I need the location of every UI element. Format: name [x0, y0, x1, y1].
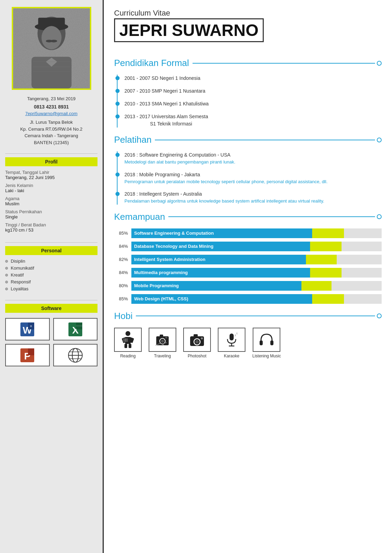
powerpoint-icon: P [5, 344, 50, 366]
hobi-circle [377, 313, 382, 318]
svg-point-39 [161, 340, 164, 343]
training-item-0: 2016 : Software Enginering & Computation… [124, 151, 382, 166]
svg-rect-41 [165, 337, 167, 338]
edu-item-3: 2013 - 2017 Universitas Alam Semesta S1 … [124, 113, 382, 128]
svg-rect-45 [194, 334, 198, 337]
profile-item-1: Jenis Kelamin Laki - laki [5, 183, 97, 193]
web-icon [53, 344, 98, 366]
software-grid: W ≡ X P [5, 318, 97, 366]
pelatihan-circle [377, 138, 382, 142]
svg-rect-34 [129, 344, 131, 348]
word-icon: W ≡ [5, 318, 50, 340]
hobi-traveling: Traveling [149, 328, 176, 358]
profil-label: Profil [5, 157, 97, 166]
hobi-karaoke: ♪ ♫ Karaoke [218, 328, 245, 358]
cv-header: Curriculum Vitae JEPRI SUWARNO [114, 9, 382, 51]
svg-rect-33 [124, 344, 127, 348]
pelatihan-heading: Pelatihan [114, 134, 382, 145]
hobi-reading: Reading [114, 328, 142, 358]
svg-point-7 [50, 40, 57, 43]
training-item-2: 2018 : Intellegent System - Australia Pe… [124, 190, 382, 205]
hobi-photoshot-label: Photoshot [188, 354, 206, 358]
personal-item-4: Loyalitas [5, 286, 97, 291]
skill-row-4: 80% Mobile Programming [114, 281, 382, 291]
photo-frame [12, 7, 91, 90]
divider-3 [5, 300, 97, 300]
svg-rect-53 [270, 340, 273, 345]
hobi-listening-label: Listening Music [252, 354, 281, 358]
edu-item-2: 2010 - 2013 SMA Negeri 1 Khatulistiwa [124, 100, 382, 107]
pendidikan-circle [377, 61, 382, 66]
excel-icon: X [53, 318, 98, 340]
svg-rect-47 [230, 334, 234, 340]
hobi-line [136, 316, 375, 316]
svg-rect-40 [160, 335, 163, 337]
training-item-1: 2018 : Mobile Programing - Jakarta Pemro… [124, 171, 382, 185]
hobi-icons: Reading Traveling [114, 328, 382, 358]
profile-item-2: Agama Muslim [5, 196, 97, 206]
pendidikan-heading: Pendidikan Formal [114, 58, 382, 68]
profile-item-4: Tinggi / Berat Badan kg170 cm / 53 [5, 222, 97, 233]
kemampuan-circle [377, 214, 382, 219]
divider-2 [5, 242, 97, 243]
email-text[interactable]: 7epri5uwarno@gmail.com [20, 111, 82, 116]
pendidikan-timeline: 2001 - 2007 SD Negeri 1 Indonesia 2007 -… [114, 75, 382, 128]
hobi-karaoke-label: Karaoke [224, 354, 240, 358]
skill-row-2: 82% Intelligent System Administration [114, 255, 382, 264]
photo-placeholder [13, 8, 90, 88]
hobi-traveling-label: Traveling [154, 354, 171, 358]
personal-item-3: Responsif [5, 279, 97, 284]
pelatihan-title: Pelatihan [114, 134, 151, 145]
contact-info: Tangerang, 23 Mei 2019 0813 4231 8931 7e… [20, 96, 82, 146]
skill-row-3: 84% Multimedia programming [114, 268, 382, 278]
skill-row-0: 85% Software Engineering & Computation [114, 228, 382, 238]
svg-rect-23 [28, 348, 34, 355]
hobi-title: Hobi [114, 311, 132, 321]
svg-text:♫: ♫ [236, 332, 238, 335]
personal-item-1: Komunikatif [5, 265, 97, 271]
sidebar: Tangerang, 23 Mei 2019 0813 4231 8931 7e… [0, 0, 104, 553]
hobi-photoshot: Photoshot [183, 328, 211, 358]
date-text: Tangerang, 23 Mei 2019 [20, 96, 82, 101]
svg-point-5 [41, 26, 62, 49]
address-text: Jl. Lurus Tanpa Belok Kp. Cemara RT.05/R… [20, 119, 82, 146]
hobi-heading: Hobi [114, 311, 382, 321]
profile-item-3: Status Pernikahan Single [5, 209, 97, 219]
svg-rect-52 [260, 340, 263, 345]
kemampuan-heading: Kemampuan [114, 212, 382, 222]
skill-row-1: 84% Database Tecnology and Data Mining [114, 242, 382, 251]
skills-container: 85% Software Engineering & Computation 8… [114, 228, 382, 304]
pendidikan-line [193, 63, 375, 64]
personal-item-2: Kreatif [5, 272, 97, 278]
svg-point-29 [125, 331, 130, 336]
phone-text: 0813 4231 8931 [20, 104, 82, 110]
profile-list: Tempat, Tanggal Lahir Tangerang, 22 Juni… [5, 170, 97, 235]
svg-point-46 [201, 337, 203, 339]
cv-title: Curriculum Vitae [114, 9, 382, 18]
edu-item-1: 2007 - 2010 SMP Negeri 1 Nusantara [124, 87, 382, 95]
software-label: Software [5, 304, 97, 313]
hobi-reading-label: Reading [120, 354, 136, 358]
personal-list: Disiplin Komunikatif Kreatif Responsif L… [5, 259, 97, 293]
skill-row-5: 85% Web Design (HTML, CSS) [114, 294, 382, 304]
hobi-listening: Listening Music [252, 328, 281, 358]
pendidikan-title: Pendidikan Formal [114, 58, 189, 68]
personal-item-0: Disiplin [5, 259, 97, 264]
divider-1 [5, 153, 97, 154]
pelatihan-timeline: 2016 : Software Enginering & Computation… [114, 151, 382, 205]
cv-name: JEPRI SUWARNO [114, 18, 264, 42]
svg-text:≡: ≡ [30, 324, 32, 328]
kemampuan-title: Kemampuan [114, 212, 165, 222]
main-content: Curriculum Vitae JEPRI SUWARNO Pendidika… [104, 0, 392, 553]
kemampuan-line [168, 216, 375, 217]
edu-item-0: 2001 - 2007 SD Negeri 1 Indonesia [124, 75, 382, 82]
personal-label: Personal [5, 246, 97, 255]
profile-item-0: Tempat, Tanggal Lahir Tangerang, 22 Juni… [5, 170, 97, 180]
pelatihan-line [155, 140, 375, 140]
svg-point-44 [195, 340, 199, 344]
